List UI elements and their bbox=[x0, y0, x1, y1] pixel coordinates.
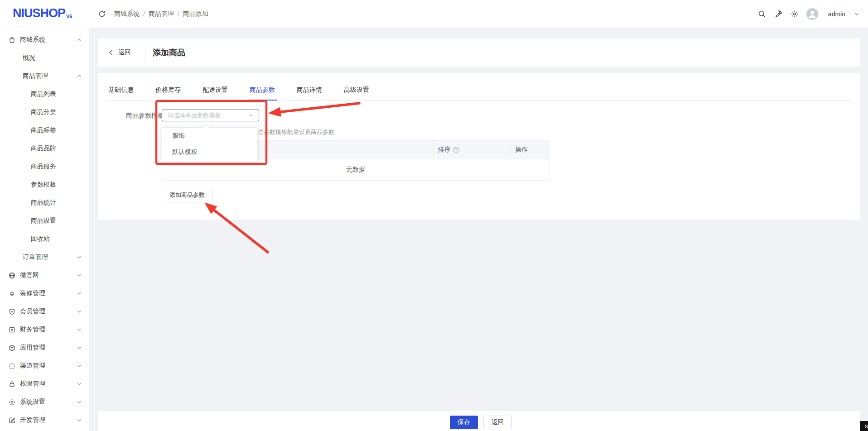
sidebar-item-label: 应用管理 bbox=[20, 344, 45, 352]
chevron-down-icon bbox=[76, 363, 82, 369]
sidebar-item-recycle-bin[interactable]: 回收站 bbox=[0, 230, 89, 248]
breadcrumb-item[interactable]: 商品添加 bbox=[183, 10, 208, 18]
finance-icon bbox=[8, 326, 16, 334]
gear-icon[interactable] bbox=[790, 10, 799, 19]
sidebar-item-mall-system[interactable]: 商城系统 bbox=[0, 31, 89, 49]
sidebar-item-label: 商品统计 bbox=[31, 199, 56, 207]
sidebar-item-overview[interactable]: 概况 bbox=[0, 49, 89, 67]
decoration-icon bbox=[8, 290, 16, 297]
corner-artifact-text: s bbox=[865, 422, 868, 430]
sidebar-item-label: 微官网 bbox=[20, 271, 39, 279]
tab-label: 商品参数 bbox=[250, 86, 275, 93]
sidebar-item-member-manage[interactable]: 会员管理 bbox=[0, 302, 89, 321]
sidebar-item-system-settings[interactable]: 系统设置 bbox=[0, 393, 89, 411]
back-button[interactable]: 返回 bbox=[107, 38, 131, 67]
param-table-empty-row: 无数据 bbox=[162, 159, 550, 181]
refresh-icon[interactable] bbox=[98, 10, 106, 18]
chevron-down-icon bbox=[76, 308, 82, 315]
brand-version: V6 bbox=[66, 14, 72, 19]
tab-bar: 基础信息价格库存配送设置商品参数商品详情高级设置 bbox=[106, 84, 852, 101]
chevron-left-icon bbox=[107, 49, 115, 56]
sidebar-item-goods-service[interactable]: 商品服务 bbox=[0, 158, 89, 176]
bag-icon bbox=[8, 36, 16, 44]
sidebar-item-label: 商品服务 bbox=[31, 163, 56, 171]
sidebar-item-label: 商品分类 bbox=[31, 108, 56, 116]
sidebar-item-label: 渠道管理 bbox=[20, 362, 45, 370]
globe-icon bbox=[8, 272, 16, 279]
chevron-down-icon bbox=[76, 417, 82, 423]
chevron-down-icon bbox=[76, 399, 82, 405]
sidebar-item-finance-manage[interactable]: 财务管理 bbox=[0, 321, 89, 339]
sort-help-icon[interactable]: ? bbox=[453, 147, 459, 153]
return-button[interactable]: 返回 bbox=[483, 416, 512, 429]
brand-logo[interactable]: NIUSHOP V6 bbox=[13, 6, 72, 20]
sidebar-item-label: 概况 bbox=[23, 54, 35, 62]
save-button[interactable]: 保存 bbox=[450, 416, 478, 429]
tab-delivery-settings[interactable]: 配送设置 bbox=[201, 84, 230, 101]
sidebar-item-decoration-manage[interactable]: 装修管理 bbox=[0, 284, 89, 302]
param-template-select[interactable]: 请选择商品参数模板 bbox=[162, 110, 259, 121]
page-title: 添加商品 bbox=[153, 38, 185, 67]
chevron-up-icon bbox=[76, 73, 82, 79]
sidebar-item-order-manage[interactable]: 订单管理 bbox=[0, 248, 89, 266]
breadcrumb-item[interactable]: 商品管理 bbox=[149, 10, 174, 18]
param-table-col-2: 排序? bbox=[434, 141, 511, 159]
sidebar-item-goods-manage[interactable]: 商品管理 bbox=[0, 67, 89, 85]
chevron-down-icon bbox=[76, 345, 82, 351]
chevron-down-icon bbox=[76, 381, 82, 387]
page-header-card: 返回 添加商品 bbox=[98, 38, 860, 67]
param-table-col-3: 操作 bbox=[511, 141, 549, 159]
tab-goods-params[interactable]: 商品参数 bbox=[248, 84, 277, 101]
sidebar-item-goods-settings[interactable]: 商品设置 bbox=[0, 212, 89, 230]
tab-goods-detail[interactable]: 商品详情 bbox=[295, 84, 324, 101]
app-icon bbox=[8, 344, 16, 352]
column-label: 操作 bbox=[515, 146, 528, 154]
rocket-icon[interactable] bbox=[774, 10, 783, 19]
search-icon[interactable] bbox=[757, 10, 767, 19]
chevron-down-icon bbox=[76, 326, 82, 333]
breadcrumb-separator: / bbox=[178, 10, 179, 18]
sidebar-item-app-manage[interactable]: 应用管理 bbox=[0, 339, 89, 357]
sidebar: 商城系统概况商品管理商品列表商品分类商品标签商品品牌商品服务参数模板商品统计商品… bbox=[0, 28, 89, 431]
sidebar-item-micro-site[interactable]: 微官网 bbox=[0, 266, 89, 284]
tab-basic-info[interactable]: 基础信息 bbox=[106, 84, 135, 101]
chevron-down-icon[interactable] bbox=[854, 11, 860, 17]
sidebar-item-label: 开发管理 bbox=[20, 416, 45, 424]
add-param-button[interactable]: 添加商品参数 bbox=[162, 188, 212, 202]
dropdown-option-1[interactable]: 默认模板 bbox=[162, 144, 257, 160]
header-divider bbox=[145, 48, 145, 57]
breadcrumb-item[interactable]: 商城系统 bbox=[114, 10, 140, 18]
chevron-down-icon bbox=[76, 272, 82, 278]
chevron-up-icon bbox=[76, 37, 82, 43]
dropdown-option-0[interactable]: 服饰 bbox=[162, 128, 257, 144]
sidebar-item-goods-category[interactable]: 商品分类 bbox=[0, 103, 89, 121]
user-avatar[interactable] bbox=[806, 8, 818, 20]
bottom-action-bar: 保存 返回 bbox=[98, 411, 860, 431]
sidebar-item-label: 系统设置 bbox=[20, 398, 45, 406]
chevron-down-icon bbox=[76, 290, 82, 297]
tab-price-stock[interactable]: 价格库存 bbox=[154, 84, 183, 101]
sidebar-item-permission-manage[interactable]: 权限管理 bbox=[0, 375, 89, 393]
settings-icon bbox=[8, 398, 16, 406]
active-tab-underline bbox=[248, 100, 277, 101]
sidebar-item-goods-tag[interactable]: 商品标签 bbox=[0, 121, 89, 139]
sidebar-item-label: 回收站 bbox=[31, 235, 50, 243]
sidebar-item-param-template[interactable]: 参数模板 bbox=[0, 176, 89, 194]
user-name[interactable]: admin bbox=[828, 10, 845, 18]
column-label: 排序 bbox=[438, 146, 451, 154]
sidebar-item-label: 订单管理 bbox=[23, 253, 48, 261]
tab-advanced-settings[interactable]: 高级设置 bbox=[342, 84, 371, 101]
dev-icon bbox=[8, 417, 16, 424]
sidebar-item-goods-statistics[interactable]: 商品统计 bbox=[0, 194, 89, 212]
sidebar-item-channel-manage[interactable]: 渠道管理 bbox=[0, 357, 89, 375]
dropdown-options: 服饰默认模板 bbox=[162, 128, 257, 160]
sidebar-item-label: 财务管理 bbox=[20, 326, 45, 334]
sidebar-menu: 商城系统概况商品管理商品列表商品分类商品标签商品品牌商品服务参数模板商品统计商品… bbox=[0, 31, 89, 429]
sidebar-item-goods-brand[interactable]: 商品品牌 bbox=[0, 139, 89, 158]
tab-label: 价格库存 bbox=[155, 86, 181, 93]
channel-icon bbox=[8, 362, 16, 370]
brand-name: NIUSHOP bbox=[13, 6, 65, 20]
sidebar-item-dev-manage[interactable]: 开发管理 bbox=[0, 411, 89, 429]
sidebar-item-goods-list[interactable]: 商品列表 bbox=[0, 85, 89, 103]
sidebar-item-label: 商品列表 bbox=[31, 90, 56, 98]
